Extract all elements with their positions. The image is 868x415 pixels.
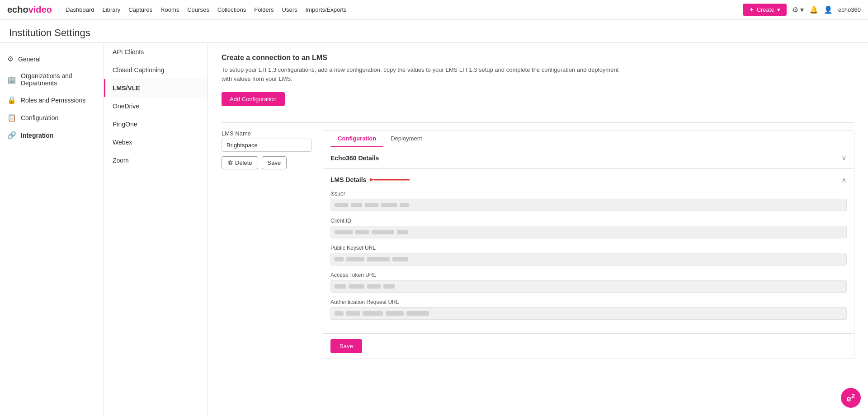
issuer-blur-5 xyxy=(400,203,409,207)
sidebar-item-orgs[interactable]: 🏢 Organizations and Departments xyxy=(0,68,104,91)
client-id-blur-1 xyxy=(335,230,353,234)
issuer-blur-3 xyxy=(365,203,378,207)
nav-courses[interactable]: Courses xyxy=(187,6,209,13)
middle-nav-zoom[interactable]: Zoom xyxy=(104,151,208,169)
field-access-token-url: Access Token URL xyxy=(330,272,847,293)
auth-request-url-label: Authentication Request URL xyxy=(330,299,847,305)
middle-nav-lms[interactable]: LMS/VLE xyxy=(104,79,208,97)
page-title: Institution Settings xyxy=(9,27,859,39)
content-area: ⚙ General 🏢 Organizations and Department… xyxy=(0,43,868,415)
nav-collections[interactable]: Collections xyxy=(217,6,246,13)
section-desc: To setup your LTI 1.3 configurations, ad… xyxy=(222,65,628,83)
save-secondary-button[interactable]: Save xyxy=(262,156,287,169)
roles-icon: 🔒 xyxy=(7,96,16,104)
middle-nav-onedrive[interactable]: OneDrive xyxy=(104,97,208,115)
access-token-blur-4 xyxy=(383,284,395,289)
lms-actions: 🗑 Delete Save xyxy=(222,156,312,169)
red-arrow-annotation xyxy=(370,175,410,184)
middle-nav-api-clients[interactable]: API Clients xyxy=(104,43,208,61)
logo[interactable]: echovideo xyxy=(7,5,52,15)
lms-details-header-content: LMS Details xyxy=(330,175,410,184)
sidebar-item-label-general: General xyxy=(18,56,41,63)
middle-nav-label-pingone: PingOne xyxy=(113,121,137,128)
middle-nav-label-zoom: Zoom xyxy=(113,157,129,164)
keyset-blur-4 xyxy=(392,257,408,261)
echo360-chevron-icon: ∨ xyxy=(841,154,847,162)
field-keyset-url: Public Keyset URL xyxy=(330,245,847,266)
delete-label: Delete xyxy=(235,159,252,166)
main-content: Create a connection to an LMS To setup y… xyxy=(208,43,868,415)
nav-rooms[interactable]: Rooms xyxy=(160,6,179,13)
echo360-section: Echo360 Details ∨ xyxy=(323,147,854,169)
sidebar-item-label-orgs: Organizations and Departments xyxy=(21,72,96,87)
keyset-blur-3 xyxy=(367,257,390,261)
username-label: echo360 xyxy=(838,6,861,13)
field-auth-request-url: Authentication Request URL xyxy=(330,299,847,320)
middle-nav-closed-captioning[interactable]: Closed Captioning xyxy=(104,61,208,79)
auth-blur-3 xyxy=(363,311,383,316)
help-badge[interactable]: e2 xyxy=(841,388,861,408)
section-title: Create a connection to an LMS xyxy=(222,54,854,62)
nav-links: Dashboard Library Captures Rooms Courses… xyxy=(66,6,734,13)
general-icon: ⚙ xyxy=(7,55,14,63)
lms-details-header[interactable]: LMS Details xyxy=(323,169,854,191)
nav-imports-exports[interactable]: Imports/Exports xyxy=(306,6,347,13)
middle-nav: API Clients Closed Captioning LMS/VLE On… xyxy=(104,43,208,415)
keyset-url-label: Public Keyset URL xyxy=(330,245,847,251)
middle-nav-label-onedrive: OneDrive xyxy=(113,103,139,110)
auth-request-url-value xyxy=(330,307,847,320)
auth-blur-1 xyxy=(335,311,344,316)
logo-echo: echo xyxy=(7,5,28,15)
nav-dashboard[interactable]: Dashboard xyxy=(66,6,94,13)
access-token-blur-3 xyxy=(367,284,381,289)
logo-video: video xyxy=(28,5,52,15)
tab-deployment-label: Deployment xyxy=(391,135,422,142)
nav-folders[interactable]: Folders xyxy=(254,6,274,13)
add-configuration-button[interactable]: Add Configuration xyxy=(222,92,285,106)
sidebar-item-label-roles: Roles and Permissions xyxy=(21,97,85,104)
help-badge-label: e2 xyxy=(847,392,855,404)
user-icon[interactable]: 👤 xyxy=(824,5,833,14)
lms-details-title: LMS Details xyxy=(330,176,366,183)
field-issuer: Issuer xyxy=(330,191,847,211)
delete-button[interactable]: 🗑 Delete xyxy=(222,156,258,169)
echo360-header[interactable]: Echo360 Details ∨ xyxy=(323,147,854,168)
lms-details-section: LMS Details xyxy=(323,169,854,334)
middle-nav-pingone[interactable]: PingOne xyxy=(104,115,208,133)
sidebar-item-integration[interactable]: 🔗 Integration xyxy=(0,126,104,144)
client-id-blur-4 xyxy=(397,230,408,234)
middle-nav-label-webex: Webex xyxy=(113,139,132,146)
auth-blur-2 xyxy=(346,311,360,316)
lms-left-panel: LMS Name 🗑 Delete Save xyxy=(222,130,312,359)
sidebar-item-config[interactable]: 📋 Configuration xyxy=(0,109,104,126)
middle-nav-label-lms: LMS/VLE xyxy=(113,84,140,92)
lms-name-input[interactable] xyxy=(222,139,312,152)
issuer-blur-4 xyxy=(381,203,397,207)
field-client-id: Client ID xyxy=(330,218,847,238)
access-token-url-value xyxy=(330,280,847,293)
save-primary-button[interactable]: Save xyxy=(330,339,362,353)
divider xyxy=(222,122,854,123)
tab-deployment[interactable]: Deployment xyxy=(383,131,429,147)
lms-name-label: LMS Name xyxy=(222,130,312,137)
create-button[interactable]: ✦ Create ▾ xyxy=(743,4,787,16)
keyset-url-value xyxy=(330,253,847,266)
client-id-blur-2 xyxy=(355,230,369,234)
sidebar-item-label-config: Configuration xyxy=(21,114,58,121)
keyset-blur-1 xyxy=(335,257,344,261)
nav-users[interactable]: Users xyxy=(282,6,297,13)
config-panel: LMS Name 🗑 Delete Save Configurati xyxy=(222,130,854,359)
echo360-title: Echo360 Details xyxy=(330,154,379,162)
settings-icon[interactable]: ⚙ ▾ xyxy=(792,5,804,14)
nav-captures[interactable]: Captures xyxy=(128,6,152,13)
middle-nav-webex[interactable]: Webex xyxy=(104,133,208,151)
middle-nav-label-cc: Closed Captioning xyxy=(113,66,164,74)
access-token-blur-2 xyxy=(349,284,364,289)
notifications-icon[interactable]: 🔔 xyxy=(809,5,818,14)
sidebar-item-roles[interactable]: 🔒 Roles and Permissions xyxy=(0,91,104,109)
lms-right-panel: Configuration Deployment Echo360 Details… xyxy=(323,130,854,359)
sidebar-item-label-integration: Integration xyxy=(21,132,53,139)
sidebar-item-general[interactable]: ⚙ General xyxy=(0,50,104,68)
tab-configuration[interactable]: Configuration xyxy=(330,131,383,147)
nav-library[interactable]: Library xyxy=(103,6,121,13)
